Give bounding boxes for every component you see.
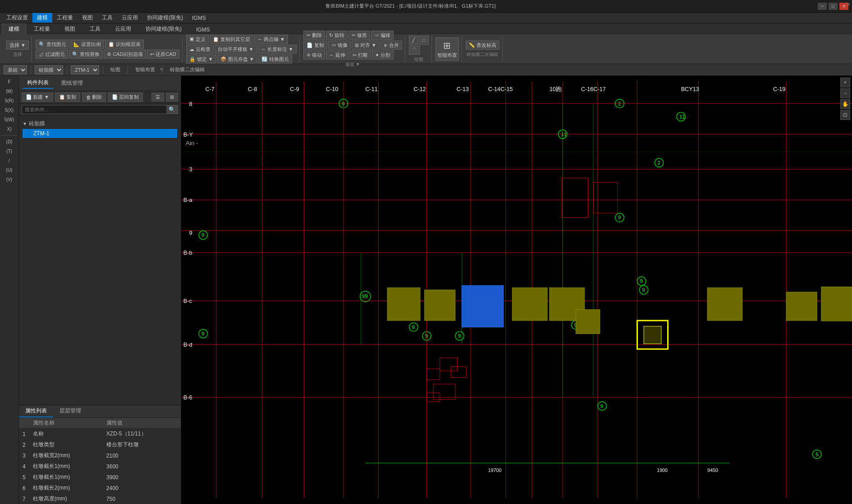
sidebar-close-btn[interactable]: ✕ (160, 67, 163, 72)
layer-copy-btn[interactable]: 📑 层间复制 (108, 92, 143, 102)
auto-level-btn[interactable]: 自动平齐楼板 ▼ (215, 45, 257, 54)
convert-element-btn[interactable]: 🔄 转换图元 (258, 55, 292, 64)
menu-item-shitu[interactable]: 视图 (78, 13, 97, 23)
delete-component-btn[interactable]: 🗑 删除 (82, 92, 106, 102)
element-stockpile-btn[interactable]: 📦 图元存盘 ▼ (217, 55, 257, 64)
menu-item-jianmo[interactable]: 建模 (32, 13, 52, 23)
menu-item-yunyingyong[interactable]: 云应用 (117, 13, 142, 23)
set-scale-btn[interactable]: 📐 设置比例 (70, 40, 104, 49)
copy-btn[interactable]: 📄 复制 (303, 41, 327, 50)
restore-cad-btn[interactable]: ↩ 还原CAD (147, 50, 179, 59)
lmp-d-btn[interactable]: (D) (1, 137, 18, 146)
toolbar-group-find: 🔍 查找图元 📐 设置比例 📋 识别模层表 ⊿ 过滤图元 🔍 查找替换 ⚙ CA… (33, 36, 183, 62)
delete-btn[interactable]: ✂ 删除 (303, 31, 325, 40)
prop-tab-list[interactable]: 属性列表 (19, 405, 53, 417)
split-btn[interactable]: ✦ 分割 (372, 50, 394, 60)
lmp-slash-btn[interactable]: / (1, 156, 18, 165)
fit-view-btn[interactable]: ⊡ (840, 110, 850, 120)
lmp-u-btn[interactable]: (U) (1, 166, 18, 174)
break-btn[interactable]: ✂ 打断 (349, 50, 371, 60)
lock-btn[interactable]: 🔒 锁定 ▼ (186, 55, 216, 64)
zoom-out-btn[interactable]: − (840, 88, 850, 98)
trim-btn[interactable]: ✂ 修剪 (348, 31, 370, 40)
copy-component-btn[interactable]: 📋 复制 (55, 92, 80, 102)
search-icon-btn[interactable]: 🔍 (166, 105, 178, 114)
col-elem-blue-1[interactable] (462, 285, 503, 327)
toolbar-tab-gongju[interactable]: 工具 (83, 23, 107, 34)
prop-tab-layer[interactable]: 层层管理 (53, 405, 87, 417)
canvas-area[interactable]: 8 B-Y 3 B-a 9 B-b B-c B-d B-6 C-7 C-8 C-… (181, 76, 852, 504)
col-label-c11: C-11 (365, 86, 377, 92)
draw-line-btn[interactable]: ╱ (409, 36, 418, 45)
toolbar-tab-gongchengliang[interactable]: 工程量 (27, 23, 57, 34)
canvas-svg[interactable]: 8 B-Y 3 B-a 9 B-b B-c B-d B-6 C-7 C-8 C-… (181, 76, 852, 504)
search-input[interactable] (22, 105, 166, 114)
draw-mode-btn[interactable]: 绘图 (107, 65, 124, 74)
identify-layer-btn[interactable]: 📋 识别模层表 (105, 40, 144, 49)
window-controls: ─ □ ✕ (818, 3, 848, 10)
smart-layout-btn[interactable]: ⊞ 智能布置 (435, 37, 459, 61)
minimize-button[interactable]: ─ (818, 3, 827, 10)
category-select[interactable]: 基础 (4, 65, 27, 74)
prop-index: 6 (19, 483, 29, 494)
lmp-w-btn[interactable]: 5(W) (1, 115, 18, 124)
sidebar-tab-drawing-manage[interactable]: 图纸管理 (57, 78, 87, 88)
draw-rect-btn[interactable]: □ (419, 36, 429, 45)
menu-bar: 工程设置 建模 工程量 视图 工具 云应用 协同建模(限免) IGMS (0, 13, 852, 23)
lmp-m-btn[interactable]: (M) (1, 87, 18, 96)
tile-edit-label: 砖胎膜二次编辑 (466, 51, 499, 58)
cad-identify-btn[interactable]: ⚙ CAD识别选项 (104, 50, 146, 59)
draw-arc-btn[interactable]: ⌒ (409, 46, 420, 55)
check-elevation-btn[interactable]: 📏 查改标高 (466, 41, 499, 50)
merge-btn[interactable]: ⊕ 合并 (380, 41, 402, 50)
lmp-v-btn[interactable]: (V) (1, 175, 18, 184)
toolbar-tab-shitu[interactable]: 视图 (58, 23, 82, 34)
move-btn[interactable]: ✛ 移动 (303, 50, 325, 60)
tree-item-ztm1[interactable]: ZTM-1 (23, 129, 177, 138)
menu-item-gongchengliang[interactable]: 工程量 (52, 13, 78, 23)
align-btn[interactable]: ⊞ 对齐 ▼ (352, 41, 380, 50)
grid-view-btn[interactable]: ⊞ (166, 93, 178, 101)
mirror-btn[interactable]: ⇔ 镜像 (328, 41, 351, 50)
lmp-x2-btn[interactable]: X) (1, 125, 18, 133)
lmp-x-btn[interactable]: 5(X) (1, 106, 18, 115)
filter-element-btn[interactable]: ⊿ 过滤图元 (36, 50, 68, 59)
toolbar-tab-jianmo[interactable]: 建模 (2, 23, 26, 34)
prop-index: 3 (19, 450, 29, 461)
smart-layout2-btn[interactable]: 智能布置 (132, 65, 159, 74)
tree-group-label-ztm[interactable]: ▼ 砖胎膜 (23, 119, 177, 129)
rotate-btn[interactable]: ↻ 旋转 (326, 31, 348, 40)
type-select[interactable]: 砖胎膜 (35, 65, 63, 74)
menu-item-gongju[interactable]: 工具 (97, 13, 117, 23)
long-dim-btn[interactable]: ↔ 长度标注 ▼ (258, 45, 297, 54)
menu-item-xietong[interactable]: 协同建模(限免) (142, 13, 188, 23)
define-btn[interactable]: ▣ 定义 (186, 35, 209, 44)
lmp-t-btn[interactable]: (T) (1, 147, 18, 156)
menu-item-gongchengshezhi[interactable]: 工程设置 (2, 13, 32, 23)
menu-item-igms[interactable]: IGMS (188, 14, 211, 22)
pan-btn[interactable]: ✋ (840, 99, 850, 109)
two-point-axis-btn[interactable]: ↔ 两点轴 ▼ (254, 35, 288, 44)
component-select[interactable]: ZTM-1 (71, 65, 99, 74)
find-replace-btn[interactable]: 🔍 查找替换 (69, 50, 103, 59)
list-view-btn[interactable]: ☰ (151, 93, 164, 101)
ind-num-1000-50: 2 (618, 101, 621, 106)
toolbar-tab-igms[interactable]: IGMS (189, 25, 217, 34)
offset-btn[interactable]: ⇒ 偏移 (371, 31, 394, 40)
zoom-in-btn[interactable]: + (840, 78, 850, 87)
toolbar-tab-yunyingyong[interactable]: 云应用 (108, 23, 138, 34)
tile-secondary-btn[interactable]: 砖胎膜二次编辑 (166, 65, 208, 74)
extend-btn[interactable]: ↔ 延伸 (326, 50, 348, 60)
maximize-button[interactable]: □ (829, 3, 838, 10)
cloud-check-btn[interactable]: ☁ 云检查 (186, 45, 214, 54)
lmp-r-btn[interactable]: 5(R) (1, 96, 18, 105)
properties-table: 属性名称 属性值 1 名称 XZD-5（11/11） 2 柱墩类型 楼台形下柱墩… (19, 418, 181, 504)
select-btn[interactable]: 选择 ▼ (6, 41, 29, 50)
lmp-f-btn[interactable]: F (1, 78, 18, 86)
find-element-btn[interactable]: 🔍 查找图元 (36, 40, 69, 49)
properties-close-btn[interactable]: ✕ (847, 2, 850, 7)
copy-to-layer-btn[interactable]: 📋 复制到其它层 (210, 35, 253, 44)
sidebar-tab-component-list[interactable]: 构件列表 (23, 78, 53, 89)
new-component-btn[interactable]: 📄 新建 ▼ (22, 92, 53, 102)
toolbar-tab-xietong[interactable]: 协同建模(限免) (139, 23, 188, 34)
